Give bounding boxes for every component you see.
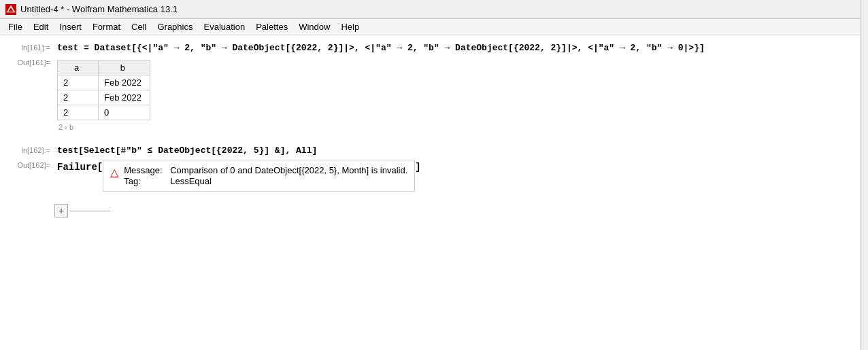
input-cell-162: In[162]:= test[Select[#"b" ≤ DateObject[…: [0, 141, 868, 158]
in-161-code: test = Dataset[{<|"a" → 2, "b" → DateObj…: [57, 43, 705, 53]
message-content: Message: Comparison of 0 and DateObject[…: [124, 164, 407, 187]
message-panel: △ Message: Comparison of 0 and DateObjec…: [103, 160, 415, 192]
output-cell-162: Out[162]= Failure[ △ Message: Comparison…: [0, 158, 868, 193]
cell-1-b: Feb 2022: [99, 75, 150, 90]
warning-icon: △: [110, 166, 118, 179]
input-cell-161: In[161]:= test = Dataset[{<|"a" → 2, "b"…: [0, 38, 868, 56]
failure-container: Failure[ △ Message: Comparison of 0 and …: [57, 160, 868, 192]
message-field: Message: Comparison of 0 and DateObject[…: [124, 165, 407, 175]
menu-file[interactable]: File: [3, 20, 28, 33]
out-162-label: Out[162]=: [0, 160, 54, 169]
cell-divider-line: [69, 211, 110, 211]
table-note: 2 › b: [59, 123, 868, 131]
in-162-content[interactable]: test[Select[#"b" ≤ DateObject[{2022, 5}]…: [54, 145, 868, 156]
message-label: Message:: [124, 165, 165, 175]
table-header-row: a b: [58, 60, 150, 75]
menu-window[interactable]: Window: [293, 20, 335, 33]
menu-format[interactable]: Format: [87, 20, 126, 33]
bracket-close: ]: [415, 160, 420, 175]
tag-field: Tag: LessEqual: [124, 176, 407, 186]
menu-help[interactable]: Help: [335, 20, 365, 33]
menu-cell[interactable]: Cell: [126, 20, 152, 33]
dataset-table: a b 2 Feb 2022 2 Feb 2022 2 0: [57, 60, 150, 120]
col-header-b: b: [99, 60, 150, 75]
menu-evaluation[interactable]: Evaluation: [198, 20, 250, 33]
cell-2-a: 2: [58, 90, 99, 105]
output-cell-161: Out[161]= a b 2 Feb 2022 2 Feb 202: [0, 56, 868, 133]
title-bar: Untitled-4 * - Wolfram Mathematica 13.1: [0, 0, 868, 19]
menu-bar: File Edit Insert Format Cell Graphics Ev…: [0, 19, 868, 35]
wolfram-icon: [5, 4, 16, 15]
message-value: Comparison of 0 and DateObject[{2022, 5}…: [170, 165, 407, 175]
table-row: 2 0: [58, 105, 150, 120]
in-161-label: In[161]:=: [0, 42, 54, 52]
notebook-content: In[161]:= test = Dataset[{<|"a" → 2, "b"…: [0, 35, 868, 220]
menu-graphics[interactable]: Graphics: [152, 20, 198, 33]
plus-icon: +: [59, 205, 64, 216]
out-162-content: Failure[ △ Message: Comparison of 0 and …: [54, 160, 868, 192]
menu-edit[interactable]: Edit: [28, 20, 54, 33]
window-title: Untitled-4 * - Wolfram Mathematica 13.1: [20, 4, 178, 14]
tag-label: Tag:: [124, 176, 165, 186]
table-row: 2 Feb 2022: [58, 90, 150, 105]
table-row: 2 Feb 2022: [58, 75, 150, 90]
col-header-a: a: [58, 60, 99, 75]
cell-3-b: 0: [99, 105, 150, 120]
cell-2-b: Feb 2022: [99, 90, 150, 105]
out-161-content: a b 2 Feb 2022 2 Feb 2022 2 0: [54, 57, 868, 131]
add-cell-button[interactable]: +: [54, 204, 68, 217]
failure-text: Failure[: [57, 160, 103, 175]
in-162-label: In[162]:=: [0, 145, 54, 154]
in-161-content[interactable]: test = Dataset[{<|"a" → 2, "b" → DateObj…: [54, 42, 868, 53]
menu-insert[interactable]: Insert: [54, 20, 87, 33]
add-cell-area: +: [54, 204, 868, 217]
menu-palettes[interactable]: Palettes: [250, 20, 293, 33]
spacer: [0, 133, 868, 141]
out-161-label: Out[161]=: [0, 57, 54, 67]
in-162-code: test[Select[#"b" ≤ DateObject[{2022, 5}]…: [57, 145, 317, 156]
scrollbar[interactable]: [860, 0, 868, 350]
cell-3-a: 2: [58, 105, 99, 120]
cell-1-a: 2: [58, 75, 99, 90]
tag-value: LessEqual: [170, 176, 212, 186]
message-row: △ Message: Comparison of 0 and DateObjec…: [110, 164, 407, 187]
